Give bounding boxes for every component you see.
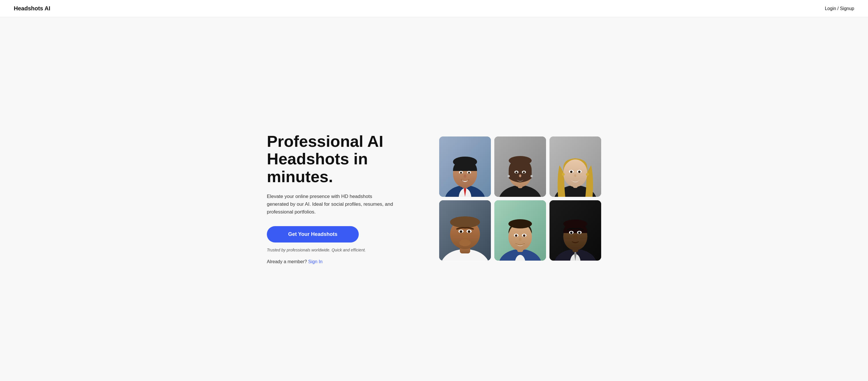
- headshot-photo-1: [439, 137, 491, 197]
- svg-point-16: [509, 156, 532, 165]
- svg-point-67: [578, 232, 581, 234]
- headshot-photo-3: [550, 137, 601, 197]
- svg-point-9: [460, 172, 462, 174]
- svg-point-10: [468, 172, 470, 174]
- hero-subheadline: Elevate your online presence with HD hea…: [267, 193, 393, 216]
- svg-point-11: [464, 174, 466, 178]
- svg-point-68: [573, 235, 577, 239]
- svg-point-56: [519, 238, 522, 241]
- cta-button[interactable]: Get Your Headshots: [267, 226, 359, 242]
- svg-point-66: [570, 232, 572, 234]
- navbar: Headshots AI Login / Signup: [0, 0, 868, 17]
- svg-point-54: [515, 234, 517, 237]
- signin-prompt: Already a member? Sign In: [267, 259, 416, 264]
- trust-text: Trusted by professionals worldwide. Quic…: [267, 248, 416, 252]
- svg-point-22: [530, 175, 533, 177]
- main-content: Professional AI Headshots in minutes. El…: [0, 17, 868, 380]
- svg-point-42: [460, 230, 462, 233]
- photo-grid-container: [439, 137, 601, 261]
- nav-logo[interactable]: Headshots AI: [14, 5, 50, 12]
- signin-link[interactable]: Sign In: [308, 259, 322, 264]
- svg-point-45: [459, 239, 471, 246]
- svg-point-33: [586, 173, 589, 176]
- hero-headline: Professional AI Headshots in minutes.: [267, 133, 416, 186]
- headshot-photo-4: [439, 200, 491, 261]
- hero-left: Professional AI Headshots in minutes. El…: [267, 133, 416, 264]
- nav-auth[interactable]: Login / Signup: [825, 6, 854, 11]
- svg-point-27: [563, 159, 587, 187]
- svg-point-21: [507, 175, 510, 177]
- headshot-photo-6: [550, 200, 601, 261]
- svg-point-19: [516, 171, 518, 173]
- svg-point-23: [519, 174, 521, 177]
- svg-point-51: [508, 219, 532, 228]
- svg-point-44: [463, 234, 467, 238]
- svg-point-30: [570, 171, 572, 173]
- photo-grid: [439, 137, 601, 261]
- svg-point-43: [468, 230, 470, 233]
- svg-point-20: [523, 171, 525, 173]
- svg-point-31: [578, 171, 581, 173]
- headshot-photo-5: [494, 200, 546, 261]
- headshot-photo-2: [494, 137, 546, 197]
- svg-point-39: [450, 216, 480, 228]
- svg-point-55: [523, 234, 525, 237]
- svg-point-34: [574, 174, 577, 177]
- svg-point-32: [562, 173, 565, 176]
